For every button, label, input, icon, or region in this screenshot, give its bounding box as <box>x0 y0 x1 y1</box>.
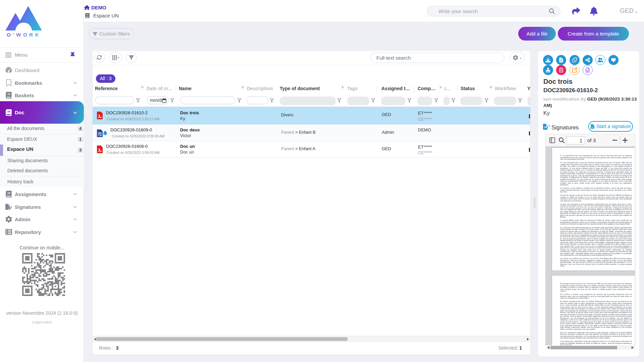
svg-text:O'WORK: O'WORK <box>7 32 41 38</box>
svg-text:w: w <box>100 134 102 136</box>
